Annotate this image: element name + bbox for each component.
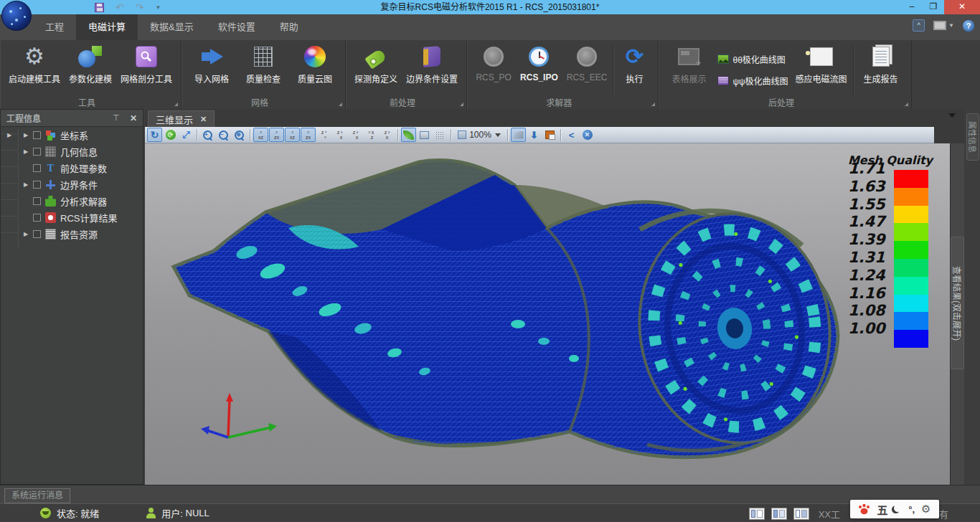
ime-mode-label[interactable]: 五 xyxy=(877,502,887,517)
zoom-in-icon[interactable]: + xyxy=(200,128,215,142)
share-button[interactable]: < xyxy=(564,128,579,142)
execute-button[interactable]: ⟳ 执行 xyxy=(615,43,654,96)
view-zy-button[interactable]: z ˣ ʸ xyxy=(316,128,331,142)
quick-access-dropdown-icon[interactable]: ▼ xyxy=(155,4,161,11)
induced-current-map-button[interactable]: 感应电磁流图 xyxy=(791,43,852,96)
menu-tab-project[interactable]: 工程 xyxy=(33,14,76,40)
view-iso2-button[interactable]: z ʸ x xyxy=(348,128,363,142)
table-display-button[interactable]: 表格展示 xyxy=(663,43,715,96)
view-iso4-button[interactable]: z ʸ x xyxy=(380,128,395,142)
layout-right-panel-icon[interactable] xyxy=(793,508,809,520)
tab-property-info[interactable]: 属性信息 xyxy=(966,113,979,161)
ime-punct-label[interactable]: °, xyxy=(908,504,915,515)
chevron-right-icon[interactable]: ▶ xyxy=(24,148,29,155)
tree-item-rcs-results[interactable]: ▶ RCS计算结果 xyxy=(1,209,143,226)
title-bar[interactable]: 复杂目标RCS电磁分析软件2015 R1 - RCS_2015031801* ↶… xyxy=(0,0,980,14)
app-logo[interactable] xyxy=(1,1,32,31)
chevron-right-icon[interactable]: ▶ xyxy=(24,181,29,188)
tree-item-analysis-solver[interactable]: ▶ 分析求解器 xyxy=(1,193,143,209)
chevron-right-icon[interactable]: ▶ xyxy=(7,132,11,138)
close-view-button[interactable]: ✕ xyxy=(580,128,595,142)
zoom-level-dropdown[interactable]: 100% xyxy=(454,128,504,142)
checkbox[interactable] xyxy=(33,181,41,189)
pin-icon[interactable]: ⊤ xyxy=(113,113,123,123)
menu-tab-help[interactable]: 帮助 xyxy=(268,14,311,40)
group-expand-icon[interactable] xyxy=(460,103,463,106)
rcs-eec-button[interactable]: RCS_EEC xyxy=(562,43,612,96)
save-icon[interactable] xyxy=(95,3,104,12)
view-xz-button[interactable]: ʸ xz xyxy=(253,128,268,142)
wireframe-view-button[interactable] xyxy=(417,128,432,142)
arrow-down-button[interactable]: ⬇ xyxy=(527,128,542,142)
rotate-view-button[interactable]: ↻ xyxy=(147,128,162,142)
quality-contour-button[interactable]: 质量云图 xyxy=(289,43,341,96)
view-zx2-button[interactable]: ʸ zx xyxy=(301,128,316,142)
mesh-partition-tool-button[interactable]: 网格剖分工具 xyxy=(116,43,176,96)
tree-item-preprocess-params[interactable]: ▶ T 前处理参数 xyxy=(1,160,143,176)
psi-polar-curve-button[interactable]: ψψ极化曲线图 xyxy=(715,72,791,89)
capture-window-button[interactable] xyxy=(542,128,557,142)
rcs-ipo-button[interactable]: RCS_IPO xyxy=(516,43,562,96)
probe-angle-button[interactable]: 探测角定义 xyxy=(350,43,402,96)
zoom-fit-icon[interactable]: ⊕ xyxy=(232,128,247,142)
tab-system-messages[interactable]: 系统运行消息 xyxy=(4,488,70,503)
tree-item-geometry-info[interactable]: ▶ 几何信息 xyxy=(1,143,143,160)
menu-tab-data-display[interactable]: 数据&显示 xyxy=(138,14,206,40)
pan-button[interactable]: ⤢ xyxy=(179,128,194,142)
checkbox[interactable] xyxy=(33,131,41,139)
group-expand-icon[interactable] xyxy=(174,103,178,106)
orbit-button[interactable]: ⟳ xyxy=(163,128,178,142)
view-iso1-button[interactable]: z ʸ x xyxy=(332,128,347,142)
checkbox[interactable] xyxy=(33,164,41,172)
rcs-po-button[interactable]: RCS_PO xyxy=(471,43,516,96)
undo-icon[interactable]: ↶ xyxy=(116,2,124,12)
tree-item-report-resources[interactable]: ▶ 报告资源 xyxy=(1,226,143,242)
group-expand-icon[interactable] xyxy=(339,103,342,106)
help-icon[interactable]: ? xyxy=(963,20,974,32)
theta-polar-curve-button[interactable]: θθ极化曲线图 xyxy=(715,50,791,67)
zoom-out-icon[interactable]: − xyxy=(216,128,231,142)
layout-left-panel-icon[interactable] xyxy=(749,508,765,520)
checkbox[interactable] xyxy=(33,230,41,238)
ribbon-collapse-icon[interactable]: ^ xyxy=(913,19,925,32)
restore-button[interactable]: ❐ xyxy=(923,0,944,14)
checkbox[interactable] xyxy=(33,214,41,222)
minimize-button[interactable]: – xyxy=(901,0,923,14)
tab-close-icon[interactable]: ✕ xyxy=(200,115,207,124)
view-xz2-button[interactable]: ʸ xz xyxy=(285,128,300,142)
tree-item-boundary-conditions[interactable]: ▶ 边界条件 xyxy=(1,176,143,193)
display-mode-button[interactable]: ▼ xyxy=(933,21,954,30)
menu-tab-em-computation[interactable]: 电磁计算 xyxy=(76,14,138,40)
layout-split-icon[interactable] xyxy=(771,508,787,520)
ime-toolbar[interactable]: 五 °, ⚙ xyxy=(850,500,939,518)
chevron-right-icon[interactable]: ▶ xyxy=(24,132,29,138)
view-zx-button[interactable]: ʸ zx xyxy=(269,128,284,142)
tab-view-results[interactable]: 查看结果(双击展开) xyxy=(951,237,964,369)
gear-icon[interactable]: ⚙ xyxy=(921,503,930,516)
quality-check-button[interactable]: 质量检查 xyxy=(237,43,289,96)
generate-report-button[interactable]: 生成报告 xyxy=(855,43,907,96)
tab-list-dropdown-icon[interactable] xyxy=(948,113,956,118)
viewport-3d[interactable]: Mesh Quality 1.71 1.63 1.55 1.47 1.39 1.… xyxy=(145,143,950,485)
tree-item-coordinate-system[interactable]: ▶ 坐标系 xyxy=(1,127,143,143)
boundary-condition-button[interactable]: 边界条件设置 xyxy=(402,43,462,96)
chevron-right-icon[interactable]: ▶ xyxy=(24,231,29,237)
redo-icon[interactable]: ↷ xyxy=(136,2,144,12)
paw-icon[interactable] xyxy=(858,503,870,515)
panel-close-icon[interactable]: ✕ xyxy=(130,113,137,123)
parametric-modeling-button[interactable]: 参数化建模 xyxy=(65,43,116,96)
tab-3d-display[interactable]: 三维显示 ✕ xyxy=(148,110,215,127)
menu-tab-settings[interactable]: 软件设置 xyxy=(206,14,268,40)
shaded-view-button[interactable] xyxy=(401,128,416,142)
points-view-button[interactable] xyxy=(433,128,448,142)
import-mesh-button[interactable]: 导入网格 xyxy=(186,43,237,96)
group-expand-icon[interactable] xyxy=(905,103,908,106)
clip-plane-button[interactable] xyxy=(511,128,526,142)
checkbox[interactable] xyxy=(33,148,41,156)
launch-modeling-tool-button[interactable]: ⚙ 启动建模工具 xyxy=(4,43,65,96)
view-iso3-button[interactable]: ʸ x z xyxy=(364,128,379,142)
checkbox[interactable] xyxy=(33,197,41,205)
close-button[interactable]: ✕ xyxy=(944,0,980,14)
group-expand-icon[interactable] xyxy=(651,103,655,106)
moon-icon[interactable] xyxy=(894,504,902,512)
